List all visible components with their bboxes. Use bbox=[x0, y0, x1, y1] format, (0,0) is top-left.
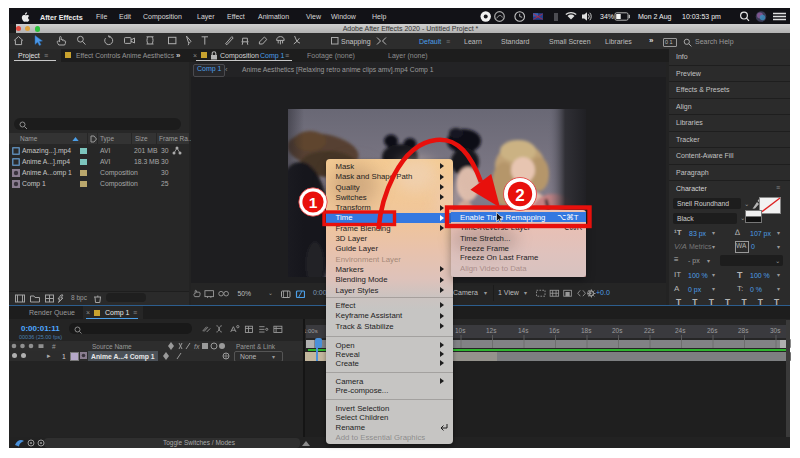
svg-text:1: 1 bbox=[309, 194, 318, 211]
svg-text:2: 2 bbox=[515, 186, 524, 205]
